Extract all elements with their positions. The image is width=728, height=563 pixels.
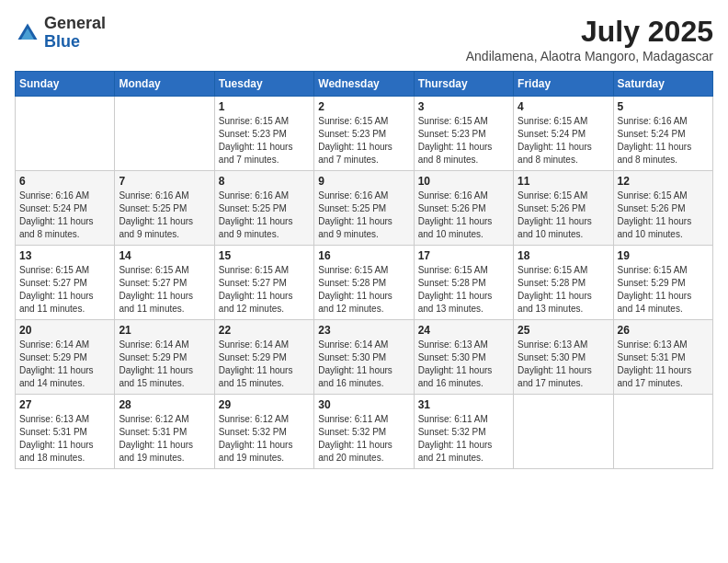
day-number: 19 [618, 249, 709, 262]
calendar-cell [115, 97, 214, 171]
calendar-week-row: 20Sunrise: 6:14 AMSunset: 5:29 PMDayligh… [16, 320, 713, 395]
logo-blue: Blue [44, 32, 80, 51]
day-number: 18 [518, 249, 609, 262]
day-detail: Sunrise: 6:15 AMSunset: 5:24 PMDaylight:… [518, 115, 609, 167]
day-detail: Sunrise: 6:12 AMSunset: 5:31 PMDaylight:… [119, 413, 210, 465]
calendar-cell: 28Sunrise: 6:12 AMSunset: 5:31 PMDayligh… [115, 395, 214, 469]
day-number: 5 [618, 100, 709, 113]
day-detail: Sunrise: 6:16 AMSunset: 5:24 PMDaylight:… [19, 190, 110, 241]
calendar-cell: 10Sunrise: 6:16 AMSunset: 5:26 PMDayligh… [414, 171, 513, 246]
day-number: 22 [219, 324, 310, 337]
calendar-cell: 17Sunrise: 6:15 AMSunset: 5:28 PMDayligh… [414, 246, 513, 320]
day-number: 4 [518, 100, 609, 113]
weekday-header: Thursday [414, 72, 513, 97]
day-detail: Sunrise: 6:15 AMSunset: 5:28 PMDaylight:… [318, 264, 409, 316]
calendar-cell: 7Sunrise: 6:16 AMSunset: 5:25 PMDaylight… [115, 171, 214, 246]
day-detail: Sunrise: 6:15 AMSunset: 5:27 PMDaylight:… [119, 264, 210, 316]
calendar-cell: 18Sunrise: 6:15 AMSunset: 5:28 PMDayligh… [514, 246, 613, 320]
day-detail: Sunrise: 6:13 AMSunset: 5:30 PMDaylight:… [518, 339, 609, 390]
day-number: 16 [318, 249, 409, 262]
day-detail: Sunrise: 6:15 AMSunset: 5:29 PMDaylight:… [618, 264, 709, 316]
calendar-cell: 23Sunrise: 6:14 AMSunset: 5:30 PMDayligh… [314, 320, 414, 395]
day-detail: Sunrise: 6:14 AMSunset: 5:30 PMDaylight:… [318, 339, 409, 390]
calendar-cell [16, 97, 115, 171]
day-detail: Sunrise: 6:13 AMSunset: 5:31 PMDaylight:… [19, 413, 110, 465]
logo: General Blue [15, 15, 106, 52]
calendar-cell: 24Sunrise: 6:13 AMSunset: 5:30 PMDayligh… [414, 320, 513, 395]
calendar-cell: 25Sunrise: 6:13 AMSunset: 5:30 PMDayligh… [514, 320, 613, 395]
day-detail: Sunrise: 6:15 AMSunset: 5:27 PMDaylight:… [19, 264, 110, 316]
day-number: 9 [318, 175, 409, 188]
day-detail: Sunrise: 6:16 AMSunset: 5:25 PMDaylight:… [318, 190, 409, 241]
calendar-cell: 13Sunrise: 6:15 AMSunset: 5:27 PMDayligh… [16, 246, 115, 320]
weekday-header: Saturday [613, 72, 712, 97]
day-number: 27 [19, 398, 110, 411]
day-number: 25 [518, 324, 609, 337]
calendar-cell: 8Sunrise: 6:16 AMSunset: 5:25 PMDaylight… [214, 171, 313, 246]
day-number: 8 [219, 175, 310, 188]
calendar-cell: 1Sunrise: 6:15 AMSunset: 5:23 PMDaylight… [214, 97, 313, 171]
day-number: 10 [418, 175, 509, 188]
day-number: 17 [418, 249, 509, 262]
calendar-cell: 5Sunrise: 6:16 AMSunset: 5:24 PMDaylight… [613, 97, 712, 171]
day-number: 31 [418, 398, 509, 411]
calendar-cell: 22Sunrise: 6:14 AMSunset: 5:29 PMDayligh… [214, 320, 313, 395]
day-number: 12 [618, 175, 709, 188]
calendar-cell: 31Sunrise: 6:11 AMSunset: 5:32 PMDayligh… [414, 395, 513, 469]
calendar-cell [613, 395, 712, 469]
day-detail: Sunrise: 6:15 AMSunset: 5:26 PMDaylight:… [618, 190, 709, 241]
weekday-header: Tuesday [214, 72, 313, 97]
day-detail: Sunrise: 6:16 AMSunset: 5:25 PMDaylight:… [219, 190, 310, 241]
day-detail: Sunrise: 6:15 AMSunset: 5:23 PMDaylight:… [418, 115, 509, 167]
weekday-header: Friday [514, 72, 613, 97]
month-year: July 2025 [466, 15, 713, 49]
calendar-cell: 29Sunrise: 6:12 AMSunset: 5:32 PMDayligh… [214, 395, 313, 469]
calendar-cell: 30Sunrise: 6:11 AMSunset: 5:32 PMDayligh… [314, 395, 414, 469]
calendar-cell: 15Sunrise: 6:15 AMSunset: 5:27 PMDayligh… [214, 246, 313, 320]
day-number: 21 [119, 324, 210, 337]
day-number: 11 [518, 175, 609, 188]
calendar-cell: 14Sunrise: 6:15 AMSunset: 5:27 PMDayligh… [115, 246, 214, 320]
calendar-cell: 27Sunrise: 6:13 AMSunset: 5:31 PMDayligh… [16, 395, 115, 469]
day-number: 20 [19, 324, 110, 337]
day-number: 30 [318, 398, 409, 411]
calendar-week-row: 13Sunrise: 6:15 AMSunset: 5:27 PMDayligh… [16, 246, 713, 320]
day-number: 29 [219, 398, 310, 411]
day-number: 7 [119, 175, 210, 188]
day-number: 1 [219, 100, 310, 113]
page-header: General Blue July 2025 Andilamena, Alaot… [15, 15, 713, 63]
day-detail: Sunrise: 6:13 AMSunset: 5:30 PMDaylight:… [418, 339, 509, 390]
day-detail: Sunrise: 6:15 AMSunset: 5:23 PMDaylight:… [318, 115, 409, 167]
title-block: July 2025 Andilamena, Alaotra Mangoro, M… [466, 15, 713, 63]
logo-general: General [44, 14, 106, 32]
day-detail: Sunrise: 6:11 AMSunset: 5:32 PMDaylight:… [418, 413, 509, 465]
calendar-cell: 19Sunrise: 6:15 AMSunset: 5:29 PMDayligh… [613, 246, 712, 320]
day-number: 28 [119, 398, 210, 411]
day-number: 26 [618, 324, 709, 337]
calendar-week-row: 6Sunrise: 6:16 AMSunset: 5:24 PMDaylight… [16, 171, 713, 246]
calendar-cell: 21Sunrise: 6:14 AMSunset: 5:29 PMDayligh… [115, 320, 214, 395]
day-number: 23 [318, 324, 409, 337]
location: Andilamena, Alaotra Mangoro, Madagascar [466, 49, 713, 63]
day-detail: Sunrise: 6:15 AMSunset: 5:28 PMDaylight:… [518, 264, 609, 316]
day-detail: Sunrise: 6:15 AMSunset: 5:28 PMDaylight:… [418, 264, 509, 316]
day-number: 15 [219, 249, 310, 262]
calendar-cell [514, 395, 613, 469]
day-detail: Sunrise: 6:12 AMSunset: 5:32 PMDaylight:… [219, 413, 310, 465]
day-detail: Sunrise: 6:15 AMSunset: 5:23 PMDaylight:… [219, 115, 310, 167]
logo-text: General Blue [44, 15, 106, 52]
day-detail: Sunrise: 6:14 AMSunset: 5:29 PMDaylight:… [219, 339, 310, 390]
calendar-cell: 9Sunrise: 6:16 AMSunset: 5:25 PMDaylight… [314, 171, 414, 246]
calendar-table: SundayMondayTuesdayWednesdayThursdayFrid… [15, 71, 713, 469]
weekday-header-row: SundayMondayTuesdayWednesdayThursdayFrid… [16, 72, 713, 97]
day-detail: Sunrise: 6:15 AMSunset: 5:27 PMDaylight:… [219, 264, 310, 316]
day-number: 24 [418, 324, 509, 337]
logo-icon [15, 20, 40, 46]
calendar-cell: 3Sunrise: 6:15 AMSunset: 5:23 PMDaylight… [414, 97, 513, 171]
calendar-cell: 11Sunrise: 6:15 AMSunset: 5:26 PMDayligh… [514, 171, 613, 246]
day-number: 13 [19, 249, 110, 262]
calendar-cell: 26Sunrise: 6:13 AMSunset: 5:31 PMDayligh… [613, 320, 712, 395]
weekday-header: Wednesday [314, 72, 414, 97]
calendar-cell: 12Sunrise: 6:15 AMSunset: 5:26 PMDayligh… [613, 171, 712, 246]
calendar-week-row: 27Sunrise: 6:13 AMSunset: 5:31 PMDayligh… [16, 395, 713, 469]
